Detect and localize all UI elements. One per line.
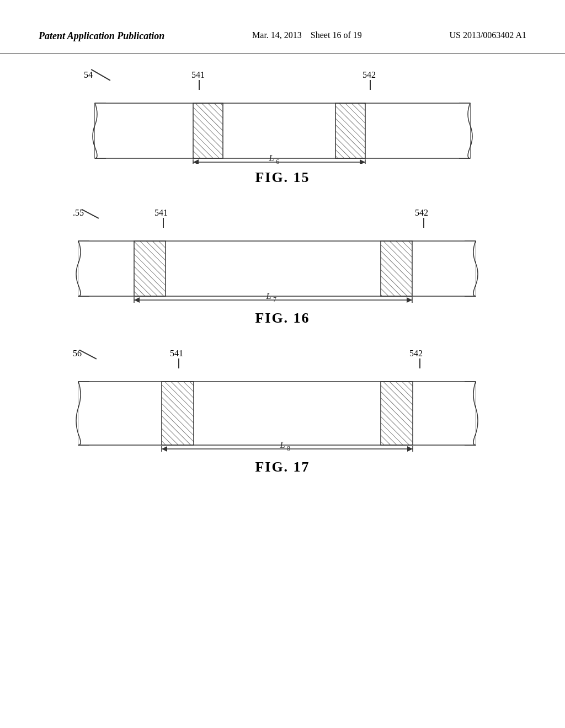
svg-marker-30 (134, 297, 140, 303)
header: Patent Application Publication Mar. 14, … (0, 0, 565, 53)
figure-16-block: .55 541 542 (39, 208, 526, 326)
fig17-label: FIG. 17 (255, 459, 310, 475)
svg-marker-31 (407, 297, 412, 303)
fig17-diagram: L 8 (62, 379, 503, 453)
svg-text:7: 7 (273, 296, 276, 303)
figure-17-block: 56 541 542 (39, 349, 526, 475)
svg-rect-8 (193, 103, 223, 158)
ref-542-label-fig17: 542 (409, 349, 423, 358)
svg-rect-25 (134, 241, 166, 296)
svg-rect-42 (162, 382, 194, 445)
svg-rect-43 (381, 382, 413, 445)
svg-text:L: L (265, 291, 271, 301)
header-patent-number: US 2013/0063402 A1 (449, 30, 526, 40)
ref-541-label-fig16: 541 (154, 208, 168, 218)
svg-marker-47 (162, 446, 167, 452)
svg-text:8: 8 (287, 445, 290, 452)
svg-rect-35 (78, 382, 476, 445)
svg-marker-48 (407, 446, 413, 452)
svg-rect-0 (95, 103, 470, 158)
svg-text:L: L (268, 153, 274, 163)
header-publication-type: Patent Application Publication (39, 30, 164, 42)
svg-text:L: L (279, 440, 285, 450)
svg-marker-14 (360, 159, 365, 164)
fig15-label: FIG. 15 (255, 169, 310, 186)
ref-541-label-fig17: 541 (170, 349, 183, 358)
svg-rect-26 (381, 241, 412, 296)
ref-542-label-fig15: 542 (363, 70, 376, 80)
ref-54-label: 54 (84, 70, 93, 80)
main-content: 54 541 542 (0, 53, 565, 503)
ref-541-label-fig15: 541 (191, 70, 205, 80)
header-date-sheet: Mar. 14, 2013 Sheet 16 of 19 (252, 30, 362, 40)
svg-rect-9 (335, 103, 365, 158)
fig15-diagram: L 6 (67, 100, 498, 164)
fig16-diagram: L 7 (62, 238, 503, 304)
figure-15-block: 54 541 542 (39, 70, 526, 186)
page: Patent Application Publication Mar. 14, … (0, 0, 565, 728)
svg-text:6: 6 (276, 158, 279, 164)
svg-marker-13 (193, 159, 199, 164)
fig16-label: FIG. 16 (255, 310, 310, 326)
ref-542-label-fig16: 542 (415, 208, 428, 218)
